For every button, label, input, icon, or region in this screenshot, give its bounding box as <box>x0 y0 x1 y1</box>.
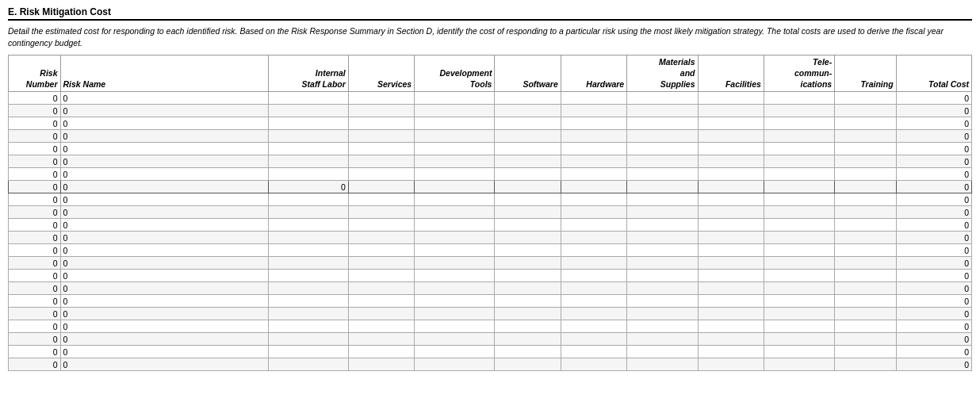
cell-software[interactable] <box>495 270 561 282</box>
cell-internal_staff_labor[interactable] <box>268 143 348 155</box>
cell-facilities[interactable] <box>698 143 764 155</box>
cell-training[interactable] <box>835 130 896 143</box>
cell-total_cost[interactable]: 0 <box>896 193 971 206</box>
cell-internal_staff_labor[interactable] <box>268 105 348 117</box>
cell-telecommunications[interactable] <box>764 358 834 371</box>
cell-facilities[interactable] <box>698 295 764 308</box>
cell-software[interactable] <box>495 105 561 117</box>
cell-services[interactable] <box>348 117 414 130</box>
cell-services[interactable] <box>348 358 414 371</box>
cell-materials_supplies[interactable] <box>627 193 698 206</box>
cell-hardware[interactable] <box>561 206 626 219</box>
cell-risk_number[interactable]: 0 <box>9 117 61 130</box>
cell-total_cost[interactable]: 0 <box>896 232 971 244</box>
cell-total_cost[interactable]: 0 <box>896 117 971 130</box>
table-row[interactable]: 000 <box>9 308 972 320</box>
cell-services[interactable] <box>348 320 414 333</box>
cell-hardware[interactable] <box>561 155 626 168</box>
cell-risk_name[interactable]: 0 <box>60 92 268 105</box>
cell-development_tools[interactable] <box>415 181 495 193</box>
cell-risk_number[interactable]: 0 <box>9 193 61 206</box>
cell-hardware[interactable] <box>561 143 626 155</box>
cell-software[interactable] <box>495 232 561 244</box>
cell-materials_supplies[interactable] <box>627 308 698 320</box>
cell-facilities[interactable] <box>698 193 764 206</box>
cell-training[interactable] <box>835 206 896 219</box>
cell-total_cost[interactable]: 0 <box>896 92 971 105</box>
cell-risk_number[interactable]: 0 <box>9 270 61 282</box>
cell-total_cost[interactable]: 0 <box>896 155 971 168</box>
cell-hardware[interactable] <box>561 105 626 117</box>
cell-hardware[interactable] <box>561 244 626 257</box>
cell-software[interactable] <box>495 257 561 270</box>
cell-internal_staff_labor[interactable] <box>268 130 348 143</box>
cell-services[interactable] <box>348 257 414 270</box>
cell-telecommunications[interactable] <box>764 117 834 130</box>
cell-telecommunications[interactable] <box>764 346 834 358</box>
cell-software[interactable] <box>495 155 561 168</box>
cell-software[interactable] <box>495 117 561 130</box>
cell-total_cost[interactable]: 0 <box>896 168 971 181</box>
cell-development_tools[interactable] <box>415 333 495 346</box>
table-row[interactable]: 000 <box>9 257 972 270</box>
table-row[interactable]: 000 <box>9 244 972 257</box>
cell-total_cost[interactable]: 0 <box>896 358 971 371</box>
cell-development_tools[interactable] <box>415 130 495 143</box>
cell-services[interactable] <box>348 295 414 308</box>
cell-internal_staff_labor[interactable]: 0 <box>268 181 348 193</box>
cell-materials_supplies[interactable] <box>627 143 698 155</box>
cell-risk_name[interactable]: 0 <box>60 232 268 244</box>
cell-risk_name[interactable]: 0 <box>60 130 268 143</box>
cell-facilities[interactable] <box>698 219 764 232</box>
table-row[interactable]: 000 <box>9 130 972 143</box>
cell-risk_number[interactable]: 0 <box>9 358 61 371</box>
cell-internal_staff_labor[interactable] <box>268 358 348 371</box>
cell-risk_number[interactable]: 0 <box>9 308 61 320</box>
cell-risk_number[interactable]: 0 <box>9 92 61 105</box>
table-row[interactable]: 000 <box>9 320 972 333</box>
cell-total_cost[interactable]: 0 <box>896 244 971 257</box>
cell-development_tools[interactable] <box>415 282 495 295</box>
table-row[interactable]: 000 <box>9 193 972 206</box>
cell-training[interactable] <box>835 308 896 320</box>
table-row[interactable]: 000 <box>9 155 972 168</box>
cell-software[interactable] <box>495 358 561 371</box>
cell-risk_name[interactable]: 0 <box>60 320 268 333</box>
cell-training[interactable] <box>835 143 896 155</box>
cell-facilities[interactable] <box>698 181 764 193</box>
cell-services[interactable] <box>348 346 414 358</box>
cell-internal_staff_labor[interactable] <box>268 219 348 232</box>
cell-development_tools[interactable] <box>415 143 495 155</box>
cell-hardware[interactable] <box>561 92 626 105</box>
cell-software[interactable] <box>495 168 561 181</box>
cell-total_cost[interactable]: 0 <box>896 270 971 282</box>
cell-software[interactable] <box>495 143 561 155</box>
cell-hardware[interactable] <box>561 130 626 143</box>
cell-services[interactable] <box>348 333 414 346</box>
cell-facilities[interactable] <box>698 358 764 371</box>
cell-training[interactable] <box>835 282 896 295</box>
table-row[interactable]: 0000 <box>9 181 972 193</box>
cell-software[interactable] <box>495 92 561 105</box>
cell-internal_staff_labor[interactable] <box>268 257 348 270</box>
cell-training[interactable] <box>835 295 896 308</box>
cell-telecommunications[interactable] <box>764 130 834 143</box>
cell-total_cost[interactable]: 0 <box>896 219 971 232</box>
cell-risk_name[interactable]: 0 <box>60 181 268 193</box>
cell-risk_number[interactable]: 0 <box>9 257 61 270</box>
cell-materials_supplies[interactable] <box>627 270 698 282</box>
cell-services[interactable] <box>348 92 414 105</box>
cell-services[interactable] <box>348 168 414 181</box>
cell-services[interactable] <box>348 270 414 282</box>
cell-development_tools[interactable] <box>415 155 495 168</box>
cell-software[interactable] <box>495 181 561 193</box>
cell-risk_number[interactable]: 0 <box>9 155 61 168</box>
cell-development_tools[interactable] <box>415 346 495 358</box>
cell-facilities[interactable] <box>698 155 764 168</box>
cell-materials_supplies[interactable] <box>627 117 698 130</box>
cell-development_tools[interactable] <box>415 219 495 232</box>
cell-risk_name[interactable]: 0 <box>60 105 268 117</box>
cell-facilities[interactable] <box>698 320 764 333</box>
table-row[interactable]: 000 <box>9 206 972 219</box>
cell-development_tools[interactable] <box>415 117 495 130</box>
